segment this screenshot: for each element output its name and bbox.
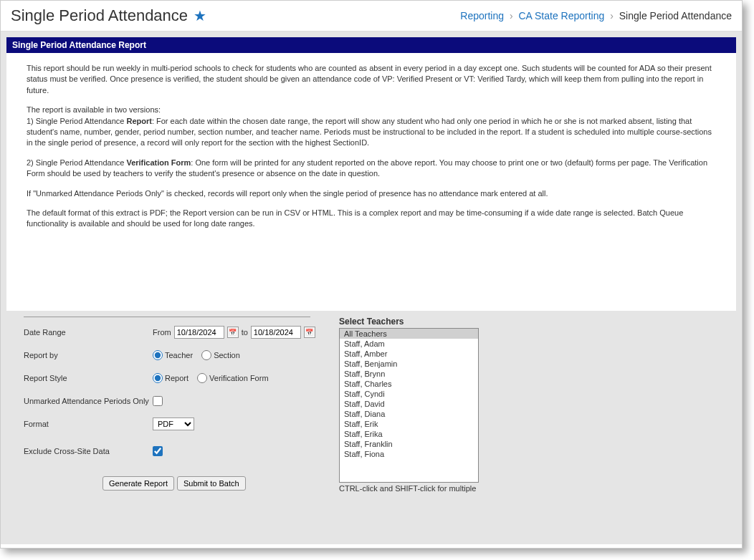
calendar-icon[interactable]: 📅 — [304, 327, 315, 338]
teachers-hint: CTRL-click and SHIFT-click for multiple — [339, 484, 497, 493]
form-right: Select Teachers All TeachersStaff, AdamS… — [339, 317, 497, 493]
breadcrumb: Reporting › CA State Reporting › Single … — [460, 10, 732, 21]
format-label: Format — [24, 420, 153, 428]
unmarked-label: Unmarked Attendance Periods Only — [24, 397, 153, 405]
desc-p2-intro: The report is available in two versions: — [27, 105, 716, 115]
teacher-option[interactable]: Staff, Adam — [340, 339, 478, 349]
teacher-option[interactable]: Staff, Charles — [340, 379, 478, 389]
star-icon[interactable]: ★ — [194, 9, 206, 23]
select-teachers-label: Select Teachers — [339, 317, 497, 327]
form-left: Date Range From 📅 to 📅 Report by — [24, 317, 310, 493]
report-by-label: Report by — [24, 351, 153, 359]
submit-batch-button[interactable]: Submit to Batch — [177, 476, 246, 491]
unmarked-checkbox[interactable] — [153, 396, 163, 406]
desc-p2-1: 1) Single Period Attendance Report: For … — [27, 116, 716, 149]
to-date-input[interactable] — [251, 326, 301, 339]
teacher-option[interactable]: Staff, Fiona — [340, 449, 478, 459]
desc-p2-2a: 2) Single Period Attendance — [27, 158, 126, 167]
chevron-right-icon: › — [510, 10, 513, 21]
date-range-label: Date Range — [24, 328, 153, 337]
desc-p2-1b: Report — [126, 117, 151, 125]
report-by-section-radio[interactable]: Section — [201, 350, 240, 360]
teacher-option[interactable]: Staff, Brynn — [340, 369, 478, 379]
desc-p2-2: 2) Single Period Attendance Verification… — [27, 158, 716, 180]
header-bar: Single Period Attendance ★ Reporting › C… — [1, 1, 742, 32]
teacher-option[interactable]: Staff, Franklin — [340, 439, 478, 449]
page-title-text: Single Period Attendance — [11, 6, 188, 25]
exclude-label: Exclude Cross-Site Data — [24, 447, 153, 455]
breadcrumb-current: Single Period Attendance — [619, 10, 732, 21]
report-style-verification-input[interactable] — [197, 373, 207, 383]
report-by-teacher-radio[interactable]: Teacher — [153, 350, 193, 360]
from-date-input[interactable] — [174, 326, 224, 339]
desc-p1: This report should be run weekly in mult… — [27, 63, 716, 96]
report-style-report-radio[interactable]: Report — [153, 373, 188, 383]
form-area: Date Range From 📅 to 📅 Report by — [6, 311, 736, 498]
teacher-option[interactable]: Staff, Cyndi — [340, 389, 478, 399]
chevron-right-icon: › — [610, 10, 614, 21]
report-style-label: Report Style — [24, 374, 153, 382]
content-region: Single Period Attendance Report This rep… — [1, 32, 742, 544]
page-title: Single Period Attendance ★ — [11, 6, 206, 25]
desc-p2-2b: Verification Form — [126, 158, 191, 167]
teacher-option[interactable]: Staff, Diana — [340, 409, 478, 419]
breadcrumb-ca-state[interactable]: CA State Reporting — [518, 10, 604, 21]
teacher-option[interactable]: All Teachers — [340, 329, 478, 339]
teacher-option[interactable]: Staff, Erik — [340, 419, 478, 429]
format-select[interactable]: PDF — [153, 417, 194, 430]
report-by-section-input[interactable] — [201, 350, 211, 360]
description-panel: This report should be run weekly in mult… — [6, 53, 736, 311]
panel-title: Single Period Attendance Report — [6, 37, 736, 53]
teacher-option[interactable]: Staff, Amber — [340, 349, 478, 359]
report-style-report-input[interactable] — [153, 373, 163, 383]
teacher-option[interactable]: Staff, Erika — [340, 429, 478, 439]
generate-report-button[interactable]: Generate Report — [102, 476, 174, 491]
to-label: to — [242, 328, 248, 337]
teacher-option[interactable]: Staff, David — [340, 399, 478, 409]
from-label: From — [153, 328, 171, 337]
teacher-option[interactable]: Staff, Benjamin — [340, 359, 478, 369]
calendar-icon[interactable]: 📅 — [227, 327, 239, 338]
breadcrumb-reporting[interactable]: Reporting — [460, 10, 504, 21]
desc-p3: If "Unmarked Attendance Periods Only" is… — [27, 188, 716, 199]
desc-p2-1a: 1) Single Period Attendance — [27, 117, 126, 125]
exclude-checkbox[interactable] — [153, 446, 163, 456]
desc-p4: The default format of this extract is PD… — [27, 208, 716, 230]
report-by-teacher-input[interactable] — [153, 350, 163, 360]
report-style-verification-radio[interactable]: Verification Form — [197, 373, 269, 383]
teacher-listbox[interactable]: All TeachersStaff, AdamStaff, AmberStaff… — [339, 328, 479, 483]
